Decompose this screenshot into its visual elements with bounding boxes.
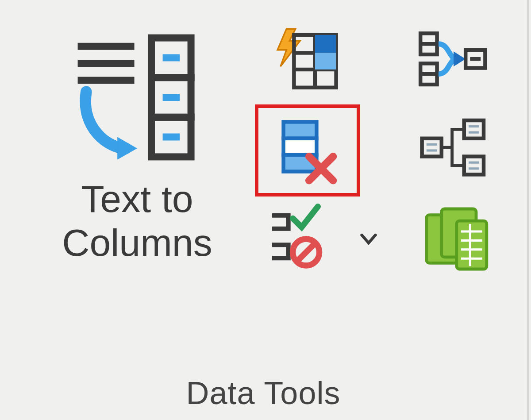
manage-data-model-button[interactable] [403,195,504,283]
svg-rect-26 [422,139,442,157]
svg-rect-13 [315,35,336,53]
ribbon-group-title: Data Tools [0,375,527,411]
relationships-button[interactable] [403,106,504,195]
flash-fill-button[interactable] [257,18,358,106]
svg-rect-21 [284,122,317,138]
remove-duplicates-button[interactable] [257,106,358,195]
relationships-icon [416,113,491,188]
text-to-columns-icon [66,27,208,168]
data-model-icon [416,201,491,277]
svg-rect-14 [315,53,336,69]
consolidate-icon [416,24,491,100]
svg-rect-39 [457,221,487,269]
chevron-down-icon[interactable] [359,229,378,249]
data-validation-button[interactable] [257,195,389,283]
remove-duplicates-icon [270,113,345,188]
text-to-columns-button[interactable]: Text to Columns [44,27,230,265]
data-validation-icon [268,201,356,277]
svg-rect-32 [464,157,484,175]
svg-rect-29 [464,120,484,139]
ribbon-group-data-tools: Text to Columns [0,0,529,420]
text-to-columns-label: Text to Columns [44,177,230,265]
svg-line-36 [297,243,315,261]
consolidate-button[interactable] [403,18,504,106]
flash-fill-icon [270,24,345,100]
svg-rect-22 [284,139,317,155]
